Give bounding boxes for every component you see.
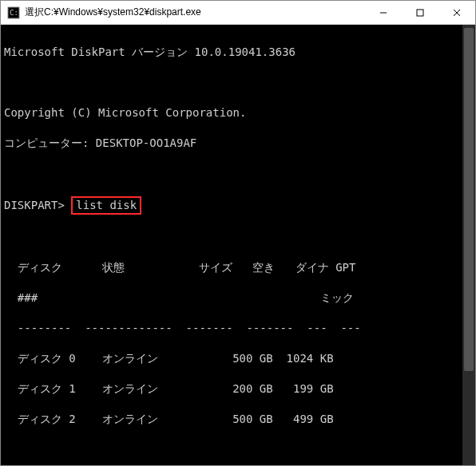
cmd-list-disk: list disk	[71, 196, 141, 215]
disk-row-1: ディスク 1 オンライン 200 GB 199 GB	[4, 381, 475, 397]
svg-text:C:: C:	[10, 9, 18, 17]
console[interactable]: Microsoft DiskPart バージョン 10.0.19041.3636…	[1, 25, 475, 465]
maximize-button[interactable]	[402, 1, 438, 25]
window-buttons	[365, 1, 475, 25]
prompt-line-1: DISKPART> list disk	[4, 196, 475, 215]
prompt: DISKPART>	[4, 199, 65, 211]
window-title: 選択C:¥Windows¥system32¥diskpart.exe	[25, 6, 365, 19]
cmd-icon: C:	[7, 6, 20, 19]
svg-rect-3	[417, 10, 423, 16]
blank	[4, 442, 475, 457]
titlebar[interactable]: C: 選択C:¥Windows¥system32¥diskpart.exe	[1, 1, 475, 25]
window: C: 選択C:¥Windows¥system32¥diskpart.exe Mi…	[0, 0, 476, 466]
disk-header-sep: -------- ------------- ------- ------- -…	[4, 321, 475, 336]
scrollbar-thumb[interactable]	[464, 28, 474, 371]
computer-line: コンピューター: DESKTOP-OO1A9AF	[4, 136, 475, 151]
blank	[4, 230, 475, 245]
minimize-button[interactable]	[365, 1, 402, 25]
disk-row-0: ディスク 0 オンライン 500 GB 1024 KB	[4, 351, 475, 366]
scrollbar[interactable]	[462, 25, 475, 465]
close-button[interactable]	[438, 1, 475, 25]
blank	[4, 166, 475, 181]
disk-header-2: ### ミック	[4, 290, 475, 306]
disk-header-1: ディスク 状態 サイズ 空き ダイナ GPT	[4, 260, 475, 275]
version-line: Microsoft DiskPart バージョン 10.0.19041.3636	[4, 45, 475, 60]
copyright-line: Copyright (C) Microsoft Corporation.	[4, 105, 475, 120]
disk-row-2: ディスク 2 オンライン 500 GB 499 GB	[4, 412, 475, 427]
blank	[4, 75, 475, 90]
